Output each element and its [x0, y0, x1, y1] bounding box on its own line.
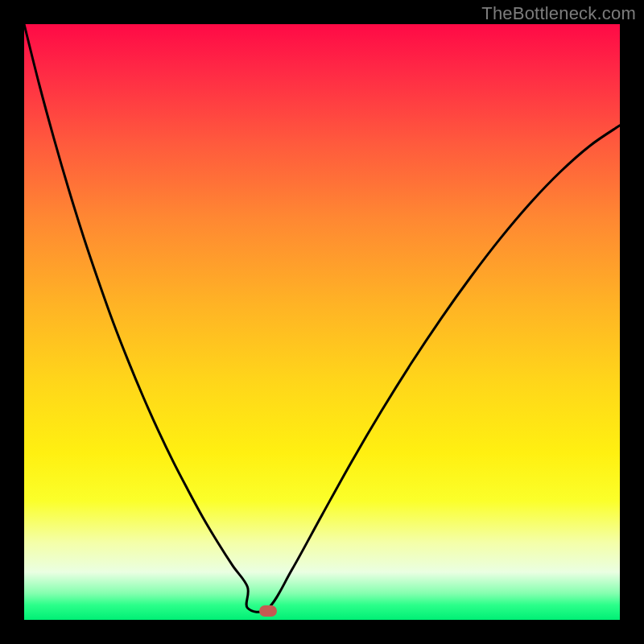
chart-frame: TheBottleneck.com	[0, 0, 644, 644]
plot-area	[24, 24, 620, 620]
optimum-marker	[259, 605, 277, 617]
watermark-text: TheBottleneck.com	[481, 3, 636, 24]
curve-svg	[24, 24, 620, 620]
bottleneck-curve	[24, 24, 620, 612]
